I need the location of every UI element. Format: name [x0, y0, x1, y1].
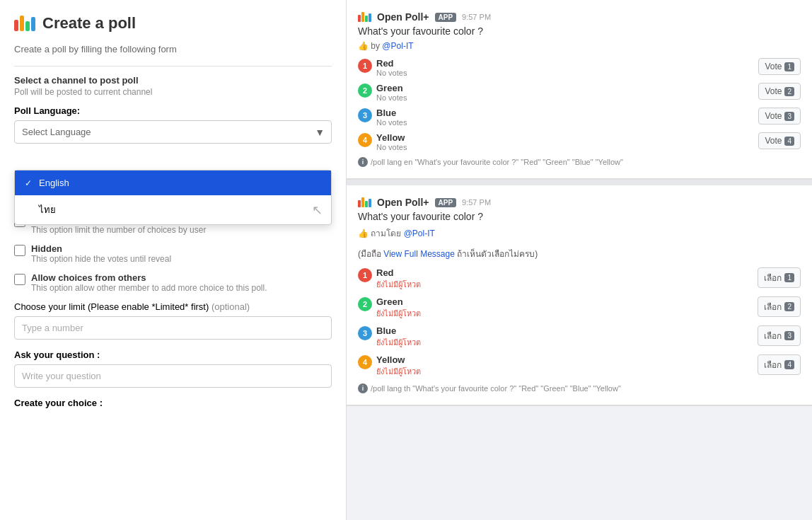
- english-command-hint: i /poll lang en "What's your favourite c…: [358, 157, 801, 167]
- thai-app-badge: APP: [435, 198, 457, 207]
- vote-badge-4: 4: [784, 137, 794, 146]
- vote-button-3[interactable]: Vote 3: [758, 108, 801, 125]
- thai-vote-button-2[interactable]: เลือก 2: [758, 296, 801, 317]
- thai-vote-button-3[interactable]: เลือก 3: [758, 325, 801, 346]
- question-input[interactable]: [14, 364, 332, 388]
- thai-option-name-green: Green: [376, 296, 421, 307]
- option-name-yellow: Yellow: [376, 132, 407, 143]
- mini-bar-orange-th: [361, 197, 364, 207]
- thai-option-votes-green: ยังไม่มีผู้โหวต: [376, 307, 421, 320]
- option-text-2: Green No votes: [376, 83, 407, 102]
- limit-label-text: Choose your limit (Please enable *Limite…: [14, 301, 209, 312]
- language-select[interactable]: Select Language English ไทย: [14, 120, 332, 144]
- language-select-wrapper: Select Language English ไทย ▼: [14, 120, 332, 144]
- english-question: What's your favourite color ?: [358, 25, 801, 37]
- thai-option-votes-blue: ยังไม่มีผู้โหวต: [376, 336, 421, 349]
- app-header: Create a poll: [14, 14, 332, 33]
- info-icon-thai: i: [358, 383, 368, 393]
- logo-bar-red: [14, 20, 18, 31]
- thai-option-text-4: Yellow ยังไม่มีผู้โหวต: [376, 354, 421, 378]
- option-left-4: 4 Yellow No votes: [358, 132, 407, 151]
- mini-bar-blue: [369, 13, 371, 22]
- hidden-checkbox[interactable]: [14, 245, 25, 256]
- limited-sublabel: This option limit the number of choices …: [31, 225, 206, 235]
- thai-option-name-yellow: Yellow: [376, 354, 421, 365]
- thai-option-text-2: Green ยังไม่มีผู้โหวต: [376, 296, 421, 320]
- thai-option-number-2: 2: [358, 297, 372, 311]
- thai-option-number-3: 3: [358, 326, 372, 340]
- thai-option-votes-yellow: ยังไม่มีผู้โหวต: [376, 365, 421, 378]
- thai-message-header: Open Poll+ APP 9:57 PM: [358, 197, 801, 208]
- limit-section: Choose your limit (Please enable *Limite…: [14, 301, 332, 340]
- option-name-green: Green: [376, 83, 407, 93]
- thai-option-left-4: 4 Yellow ยังไม่มีผู้โหวต: [358, 354, 421, 378]
- option-left-3: 3 Blue No votes: [358, 108, 407, 127]
- option-votes-green: No votes: [376, 93, 407, 102]
- option-text-3: Blue No votes: [376, 108, 407, 127]
- mini-bar-red: [358, 15, 361, 22]
- vote-button-2[interactable]: Vote 2: [758, 83, 801, 100]
- option-number-1: 1: [358, 59, 372, 73]
- limit-number-input[interactable]: [14, 316, 332, 340]
- mini-bar-orange: [361, 12, 364, 22]
- thai-msg-time: 9:57 PM: [462, 198, 491, 207]
- option-left-2: 2 Green No votes: [358, 83, 407, 102]
- thai-question: What's your favourite color ?: [358, 211, 801, 222]
- option-text-1: Red No votes: [376, 58, 407, 77]
- logo-bar-green: [25, 21, 30, 31]
- english-mention: @Pol-IT: [382, 41, 413, 51]
- view-full-message-link[interactable]: View Full Message: [383, 249, 455, 259]
- page-title: Create a poll: [42, 14, 136, 33]
- mini-bar-red-th: [358, 200, 361, 207]
- thai-option-row-4: 4 Yellow ยังไม่มีผู้โหวต เลือก 4: [358, 354, 801, 378]
- option-name-blue: Blue: [376, 108, 407, 118]
- allow-choices-checkbox[interactable]: [14, 274, 25, 285]
- thai-option-text-3: Blue ยังไม่มีผู้โหวต: [376, 325, 421, 349]
- by-text: by: [371, 41, 382, 51]
- question-label: Ask your question :: [14, 349, 332, 360]
- english-msg-time: 9:57 PM: [462, 13, 491, 21]
- divider-1: [14, 66, 332, 67]
- thai-vote-button-1[interactable]: เลือก 1: [758, 267, 801, 288]
- mini-logo-thai: [358, 197, 371, 207]
- thai-option-text-1: Red ยังไม่มีผู้โหวต: [376, 267, 421, 291]
- thai-option-left-1: 1 Red ยังไม่มีผู้โหวต: [358, 267, 421, 291]
- option-left-1: 1 Red No votes: [358, 58, 407, 77]
- poll-language-label: Poll Language:: [14, 105, 332, 116]
- thai-option-name-red: Red: [376, 267, 421, 278]
- info-icon-english: i: [358, 157, 368, 167]
- hidden-sublabel: This option hide the votes until reveal: [31, 254, 171, 264]
- logo-bar-blue: [31, 17, 35, 31]
- thai-command-hint: i /poll lang th "What's your favourite c…: [358, 383, 801, 393]
- english-app-name: Open Poll+: [377, 11, 429, 23]
- thai-vote-badge-3: 3: [784, 331, 794, 340]
- thumbs-up-emoji-thai: 👍: [358, 229, 369, 238]
- vote-button-1[interactable]: Vote 1: [758, 58, 801, 75]
- vote-button-4[interactable]: Vote 4: [758, 132, 801, 149]
- thai-vote-badge-2: 2: [784, 302, 794, 311]
- option-row-2: 2 Green No votes Vote 2: [358, 83, 801, 102]
- dropdown-label-thai: ไทย: [39, 202, 56, 217]
- option-row-1: 1 Red No votes Vote 1: [358, 58, 801, 77]
- thai-option-number-4: 4: [358, 355, 372, 369]
- dropdown-item-thai[interactable]: ไทย ↖: [15, 195, 331, 224]
- option-number-2: 2: [358, 83, 372, 98]
- limit-optional-text: (optional): [211, 301, 250, 312]
- thai-note: (มือถือ View Full Message ถ้าเห็นตัวเลือ…: [358, 247, 801, 260]
- dropdown-label-english: English: [39, 178, 69, 188]
- option-name-red: Red: [376, 58, 407, 69]
- thai-option-name-blue: Blue: [376, 325, 421, 336]
- right-panel: Open Poll+ APP 9:57 PM What's your favou…: [347, 0, 812, 520]
- hidden-label: Hidden: [31, 243, 171, 254]
- allow-choices-label: Allow choices from others: [31, 272, 267, 283]
- dropdown-item-english[interactable]: ✓ English: [15, 171, 331, 195]
- thai-mention: @Pol-IT: [404, 229, 435, 238]
- limit-label: Choose your limit (Please enable *Limite…: [14, 301, 332, 312]
- thai-vote-button-4[interactable]: เลือก 4: [758, 354, 801, 375]
- channel-section-label: Select a channel to post poll: [14, 75, 332, 86]
- by-text-thai: ถามโดย: [371, 229, 403, 238]
- thai-option-left-3: 3 Blue ยังไม่มีผู้โหวต: [358, 325, 421, 349]
- option-votes-yellow: No votes: [376, 143, 407, 151]
- left-panel: Create a poll Create a poll by filling t…: [0, 0, 347, 520]
- mouse-cursor-icon: ↖: [312, 202, 323, 218]
